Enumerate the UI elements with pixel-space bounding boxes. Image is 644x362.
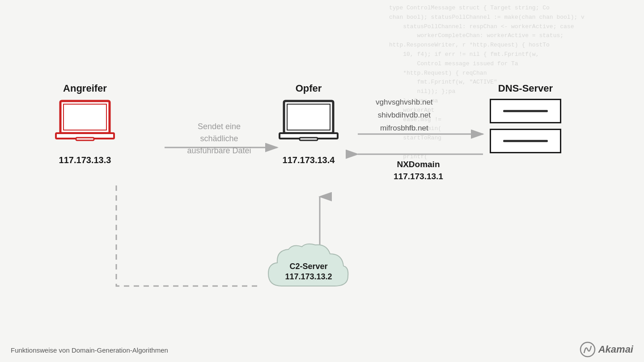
svg-rect-6 xyxy=(76,138,94,140)
dns-domains: vghvsghvshb.netshivbdihvdb.netmifrosbhfb… xyxy=(376,96,433,135)
victim-label: Opfer xyxy=(296,83,322,94)
dns-box-top xyxy=(490,99,561,123)
dns-box-line-bottom xyxy=(503,140,548,142)
svg-rect-8 xyxy=(287,104,330,130)
akamai-text: Akamai xyxy=(598,344,633,355)
akamai-icon xyxy=(580,341,596,358)
c2-cloud-container: C2-Server 117.173.13.2 xyxy=(264,241,353,299)
attacker-label: Angreifer xyxy=(63,83,107,94)
attacker-ip: 117.173.13.3 xyxy=(59,155,111,165)
akamai-logo: Akamai xyxy=(580,341,633,358)
dns-box-line-top xyxy=(503,110,548,112)
dns-label: DNS-Server xyxy=(498,83,553,94)
dns-server-icon xyxy=(490,99,561,153)
send-file-label: Sendet eineschädlicheausführbare Datei xyxy=(174,121,264,157)
attacker-to-c2-dashed xyxy=(116,185,259,286)
diagram: type ControlMessage struct { Target stri… xyxy=(0,0,644,362)
c2-label: C2-Server 117.173.13.2 xyxy=(285,261,332,282)
victim-ip: 117.173.13.4 xyxy=(283,155,335,165)
dns-box-bottom xyxy=(490,129,561,153)
svg-rect-4 xyxy=(64,104,106,130)
caption: Funktionsweise von Domain-Generation-Alg… xyxy=(11,346,168,354)
victim-node: Opfer 117.173.13.4 xyxy=(277,83,340,165)
victim-icon xyxy=(277,99,340,150)
dns-node: DNS-Server xyxy=(490,83,561,153)
attacker-node: Angreifer 117.173.13.3 xyxy=(54,83,116,165)
attacker-icon xyxy=(54,99,116,150)
c2-node: C2-Server 117.173.13.2 xyxy=(264,241,353,299)
arrow-layer xyxy=(0,0,644,362)
svg-rect-10 xyxy=(300,138,318,140)
nxdomain-label: NXDomain117.173.13.1 xyxy=(394,159,443,182)
